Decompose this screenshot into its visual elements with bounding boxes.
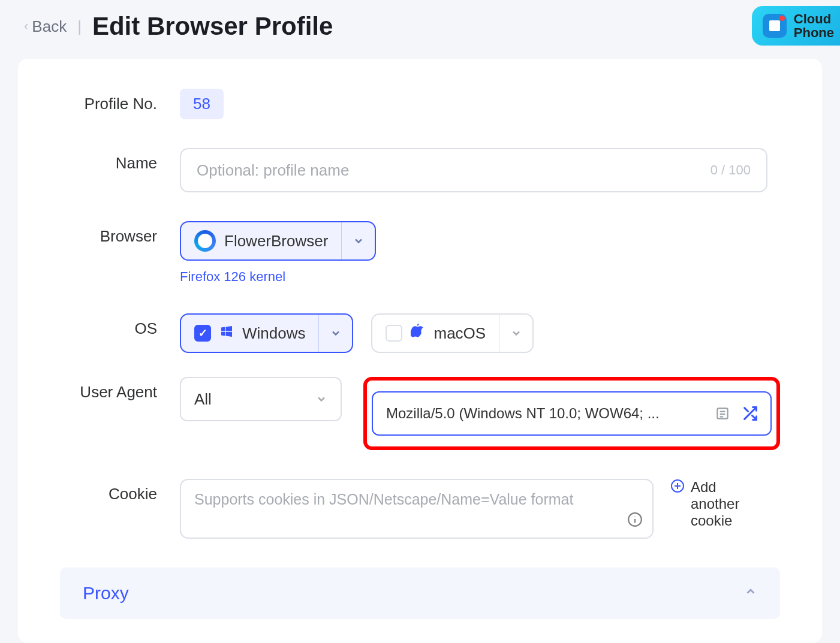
chevron-down-icon — [353, 235, 365, 247]
cloud-phone-badge[interactable]: Cloud Phone — [752, 6, 840, 46]
name-label: Name — [60, 148, 180, 173]
shuffle-icon — [742, 405, 758, 422]
ua-input[interactable]: Mozilla/5.0 (Windows NT 10.0; WOW64; ... — [386, 405, 704, 422]
cookie-label: Cookie — [60, 479, 180, 503]
ua-version-select[interactable]: All — [180, 377, 342, 421]
browser-label: Browser — [60, 221, 180, 246]
back-button[interactable]: ‹ Back — [24, 17, 67, 36]
plus-circle-icon — [670, 479, 685, 496]
page-header: ‹ Back | Edit Browser Profile Cloud Phon… — [0, 0, 840, 53]
chevron-left-icon: ‹ — [24, 19, 28, 34]
os-windows-checkbox[interactable] — [194, 325, 211, 342]
ua-version-value: All — [194, 390, 212, 409]
name-char-count: 0 / 100 — [710, 162, 751, 178]
proxy-title: Proxy — [83, 583, 129, 603]
row-user-agent: User Agent All Mozilla/5.0 (Windows NT 1… — [60, 377, 780, 450]
page-title: Edit Browser Profile — [92, 12, 333, 41]
back-label: Back — [32, 17, 67, 36]
os-windows-option[interactable]: Windows — [180, 313, 353, 353]
cookie-info-icon[interactable] — [627, 512, 643, 532]
os-macos-label: macOS — [433, 324, 486, 343]
chevron-down-icon — [510, 327, 522, 339]
os-label: OS — [60, 313, 180, 338]
os-windows-dropdown[interactable] — [318, 315, 352, 352]
profile-no-value: 58 — [180, 89, 224, 119]
profile-no-label: Profile No. — [60, 89, 180, 113]
add-cookie-button[interactable]: Add another cookie — [670, 479, 757, 539]
browser-select[interactable]: FlowerBrowser — [180, 221, 376, 261]
apple-icon — [411, 324, 425, 343]
row-os: OS Windows — [60, 313, 780, 353]
ua-highlight-box: Mozilla/5.0 (Windows NT 10.0; WOW64; ... — [363, 377, 780, 450]
row-profile-no: Profile No. 58 — [60, 89, 780, 119]
ua-label: User Agent — [60, 377, 180, 402]
list-icon — [715, 406, 730, 421]
row-browser: Browser FlowerBrowser Firefox 126 kernel — [60, 221, 780, 285]
add-cookie-label: Add another cookie — [691, 479, 757, 529]
browser-dropdown-toggle[interactable] — [341, 222, 375, 259]
svg-line-6 — [745, 408, 748, 412]
os-macos-option[interactable]: macOS — [371, 313, 534, 353]
kernel-note: Firefox 126 kernel — [180, 269, 780, 285]
chevron-down-icon — [315, 393, 327, 405]
header-divider: | — [77, 17, 82, 36]
chevron-down-icon — [330, 327, 342, 339]
os-macos-dropdown[interactable] — [499, 315, 532, 352]
ua-shuffle-button[interactable] — [740, 404, 760, 423]
proxy-section-toggle[interactable]: Proxy — [60, 567, 780, 619]
os-windows-label: Windows — [242, 324, 305, 343]
windows-icon — [219, 324, 234, 342]
browser-selected-label: FlowerBrowser — [224, 232, 328, 250]
os-macos-checkbox[interactable] — [386, 325, 402, 342]
ua-list-button[interactable] — [713, 404, 732, 423]
name-input[interactable] — [197, 161, 710, 180]
name-input-wrapper: 0 / 100 — [180, 148, 767, 192]
cloud-phone-icon — [763, 14, 787, 38]
flowerbrowser-icon — [194, 230, 216, 252]
chevron-up-icon — [744, 585, 757, 602]
cookie-textarea-wrapper — [180, 479, 654, 539]
cookie-textarea[interactable] — [194, 491, 639, 527]
row-name: Name 0 / 100 — [60, 148, 780, 192]
cloud-phone-text: Cloud Phone — [794, 12, 834, 40]
row-cookie: Cookie Add another cookie — [60, 479, 780, 539]
info-icon — [627, 512, 643, 527]
ua-input-wrapper: Mozilla/5.0 (Windows NT 10.0; WOW64; ... — [372, 391, 772, 436]
form-panel: Profile No. 58 Name 0 / 100 Browser Flow… — [18, 59, 822, 643]
